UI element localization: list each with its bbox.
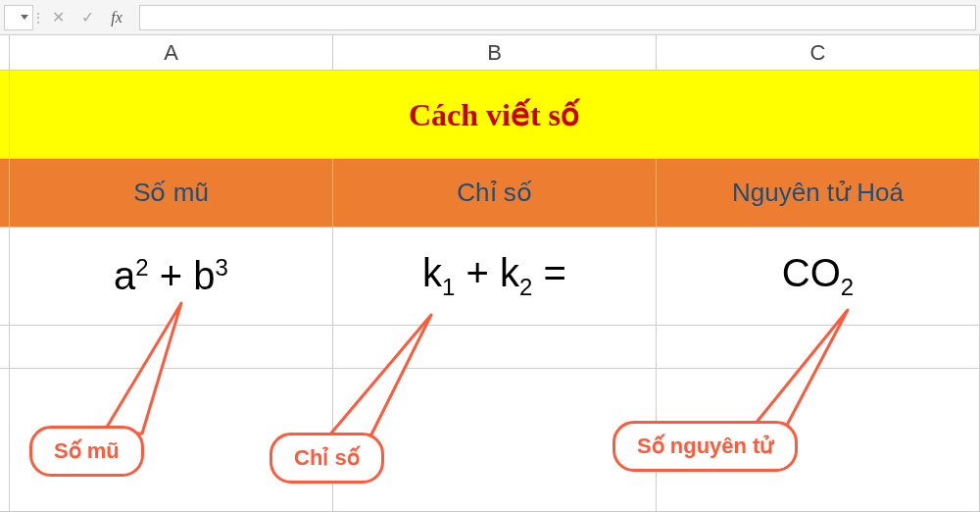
row-header[interactable]	[0, 228, 10, 325]
callout-label: Số mũ	[54, 438, 120, 463]
check-icon: ✓	[81, 8, 94, 26]
callout-atomic-number[interactable]: Số nguyên tử	[612, 421, 798, 472]
callout-label: Số nguyên tử	[637, 434, 773, 458]
column-headers-row: A B C	[0, 35, 980, 71]
select-all-corner[interactable]	[0, 35, 10, 70]
fx-icon: fx	[111, 9, 122, 26]
chevron-down-icon	[21, 15, 28, 20]
cell-text: Nguyên tử Hoá	[732, 178, 904, 208]
row-header[interactable]	[0, 159, 10, 227]
empty-row	[0, 326, 980, 369]
column-header-C[interactable]: C	[657, 35, 980, 70]
empty-row	[0, 369, 980, 512]
name-box[interactable]	[4, 5, 33, 30]
divider: ⋮	[33, 10, 43, 26]
enter-button[interactable]: ✓	[73, 5, 102, 30]
cell-formula: CO2	[782, 251, 854, 301]
column-header-A[interactable]: A	[10, 35, 333, 70]
title-text: Cách viết số	[409, 96, 580, 133]
cell-B-data[interactable]: k1 + k2 =	[333, 228, 657, 325]
insert-function-button[interactable]: fx	[102, 5, 131, 30]
subheader-row: Số mũ Chỉ số Nguyên tử Hoá	[0, 159, 980, 228]
cell-C-data[interactable]: CO2	[657, 228, 980, 325]
formula-input[interactable]	[139, 5, 976, 30]
cell-A-header[interactable]: Số mũ	[10, 159, 333, 227]
formula-bar: ⋮ ✕ ✓ fx	[0, 0, 980, 35]
cell-empty[interactable]	[333, 369, 657, 511]
cell-text: Chỉ số	[457, 178, 531, 208]
cell-A-data[interactable]: a2 + b3	[10, 228, 333, 325]
cell-formula: a2 + b3	[114, 254, 228, 298]
callout-subscript[interactable]: Chỉ số	[270, 433, 384, 484]
cell-title[interactable]: Cách viết số	[10, 71, 980, 158]
cell-formula: k1 + k2 =	[422, 251, 566, 301]
row-header[interactable]	[0, 326, 10, 368]
row-header[interactable]	[0, 369, 10, 511]
column-header-B[interactable]: B	[333, 35, 657, 70]
data-row: a2 + b3 k1 + k2 = CO2	[0, 228, 980, 326]
callout-label: Chỉ số	[294, 445, 360, 470]
cell-B-header[interactable]: Chỉ số	[333, 159, 657, 227]
cell-empty[interactable]	[10, 326, 333, 368]
cancel-button[interactable]: ✕	[43, 5, 73, 30]
row-header[interactable]	[0, 71, 10, 158]
cell-text: Số mũ	[133, 178, 209, 208]
cell-empty[interactable]	[657, 326, 980, 368]
cell-empty[interactable]	[333, 326, 657, 368]
x-icon: ✕	[52, 8, 65, 26]
title-row: Cách viết số	[0, 71, 980, 159]
callout-superscript[interactable]: Số mũ	[29, 426, 144, 477]
spreadsheet-grid: A B C Cách viết số Số mũ Chỉ số Nguyên t…	[0, 35, 980, 512]
cell-C-header[interactable]: Nguyên tử Hoá	[657, 159, 980, 227]
